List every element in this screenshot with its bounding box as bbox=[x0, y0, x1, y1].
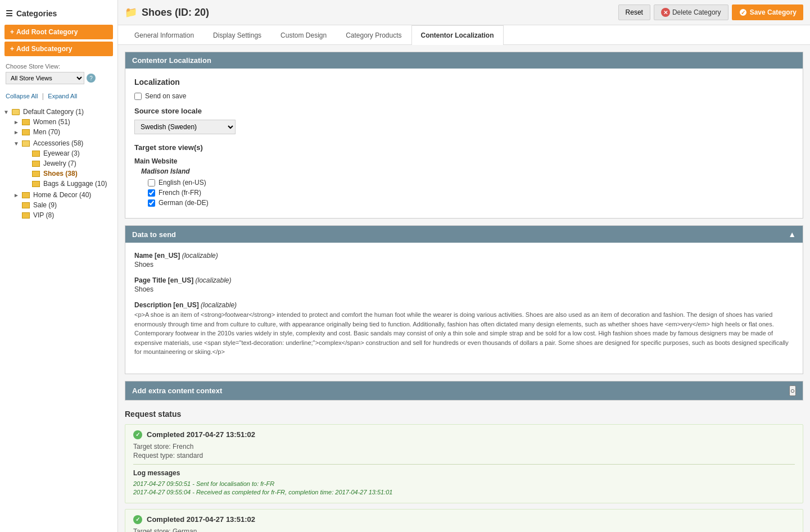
field-name-label: Name [en_US] (localizable) bbox=[134, 252, 794, 260]
folder-icon-eyewear bbox=[32, 151, 40, 157]
status-completed-1: Completed 2017-04-27 13:51:02 bbox=[147, 515, 255, 524]
collapse-expand: Collapse All | Expand All bbox=[0, 89, 117, 103]
reset-button[interactable]: Reset bbox=[618, 4, 650, 20]
log-entry-0-1: 2017-04-27 09:55:04 - Received as comple… bbox=[133, 489, 795, 495]
tree-row-jewelry[interactable]: Jewelry (7) bbox=[20, 158, 117, 169]
tree-toggle-vip bbox=[12, 211, 20, 219]
field-page-title-suffix: (localizable) bbox=[195, 276, 231, 284]
source-locale-select[interactable]: Swedish (Sweden) bbox=[134, 120, 236, 134]
tree-children-default: ► Women (51) ► Men (70) ▼ bbox=[0, 117, 117, 220]
field-description-suffix: (localizable) bbox=[201, 301, 237, 309]
tree-label-default: Default Category (1) bbox=[23, 108, 84, 116]
locale-row-en: English (en-US) bbox=[148, 179, 794, 187]
plus-icon-sub: + bbox=[10, 45, 14, 53]
tree-row-bags[interactable]: Bags & Luggage (10) bbox=[20, 179, 117, 189]
tree-label-accessories: Accessories (58) bbox=[33, 139, 83, 147]
locale-fr-label: French (fr-FR) bbox=[159, 189, 201, 197]
data-to-send-header: Data to send ▲ bbox=[125, 226, 803, 243]
locale-fr-checkbox[interactable] bbox=[148, 189, 155, 197]
tree-row-men[interactable]: ► Men (70) bbox=[10, 127, 117, 137]
field-name-value: Shoes bbox=[134, 261, 794, 269]
store-view-section: Choose Store View: All Store Views ? bbox=[0, 58, 117, 89]
send-on-save-checkbox[interactable] bbox=[134, 93, 142, 100]
locale-en-label: English (en-US) bbox=[159, 179, 206, 187]
tab-custom[interactable]: Custom Design bbox=[271, 25, 336, 45]
website-label: Main Website bbox=[134, 157, 794, 165]
tree-row-sale[interactable]: Sale (9) bbox=[10, 200, 117, 210]
tree-toggle-men[interactable]: ► bbox=[12, 128, 20, 136]
tree-toggle-women[interactable]: ► bbox=[12, 118, 20, 126]
add-extra-title: Add extra content context bbox=[132, 387, 222, 395]
store-name: Madison Island bbox=[141, 167, 794, 175]
locale-de-checkbox[interactable] bbox=[148, 199, 155, 207]
tree-toggle-sale bbox=[12, 201, 20, 209]
tree-toggle-home[interactable]: ► bbox=[12, 191, 20, 199]
page-title: Shoes (ID: 20) bbox=[142, 7, 209, 19]
delete-icon: ✕ bbox=[661, 8, 670, 17]
tree-row-default[interactable]: ▼ Default Category (1) bbox=[0, 107, 117, 117]
category-tree: ▼ Default Category (1) ► Women (51) ► bbox=[0, 103, 117, 224]
folder-icon-sale bbox=[22, 202, 30, 208]
page-title-wrap: 📁 Shoes (ID: 20) bbox=[125, 6, 209, 19]
data-to-send-title: Data to send bbox=[132, 230, 176, 239]
tree-item-default: ▼ Default Category (1) ► Women (51) ► bbox=[0, 106, 117, 221]
tree-row-home[interactable]: ► Home & Decor (40) bbox=[10, 190, 117, 200]
status-target-store-0: Target store: French bbox=[133, 443, 795, 451]
tree-row-women[interactable]: ► Women (51) bbox=[10, 117, 117, 127]
tree-item-accessories: ▼ Accessories (58) Eyewear (3) bbox=[10, 137, 117, 190]
folder-icon-women bbox=[22, 119, 30, 125]
locale-en-checkbox[interactable] bbox=[148, 179, 155, 187]
data-to-send-body: Name [en_US] (localizable) Shoes Page Ti… bbox=[125, 243, 803, 374]
locale-row-de: German (de-DE) bbox=[148, 199, 794, 207]
field-name: Name [en_US] (localizable) Shoes bbox=[134, 252, 794, 269]
request-status-title: Request status bbox=[125, 410, 803, 419]
contentor-localization-title: Contentor Localization bbox=[132, 56, 211, 65]
sidebar-title: Categories bbox=[16, 9, 57, 18]
tab-contentor[interactable]: Contentor Localization bbox=[411, 25, 504, 45]
data-to-send-panel: Data to send ▲ Name [en_US] (localizable… bbox=[125, 225, 803, 374]
tree-label-bags: Bags & Luggage (10) bbox=[43, 180, 107, 188]
folder-icon-home bbox=[22, 192, 30, 198]
folder-icon-men bbox=[22, 129, 30, 135]
tree-label-shoes: Shoes (38) bbox=[43, 170, 78, 178]
content-area: Contentor Localization Localization Send… bbox=[118, 45, 810, 532]
status-card-0-header: ✓ Completed 2017-04-27 13:51:02 bbox=[133, 430, 795, 439]
tree-row-shoes[interactable]: Shoes (38) bbox=[20, 169, 117, 179]
add-extra-toggle[interactable]: ○ bbox=[789, 385, 796, 396]
add-root-category-button[interactable]: + Add Root Category bbox=[4, 25, 113, 39]
tree-row-vip[interactable]: VIP (8) bbox=[10, 210, 117, 220]
target-title: Target store view(s) bbox=[134, 143, 794, 152]
store-view-select[interactable]: All Store Views bbox=[6, 72, 84, 84]
save-category-button[interactable]: ✓ Save Category bbox=[732, 4, 803, 20]
tree-toggle-shoes bbox=[22, 170, 30, 178]
tree-row-accessories[interactable]: ▼ Accessories (58) bbox=[10, 138, 117, 148]
status-completed-0: Completed 2017-04-27 13:51:02 bbox=[147, 430, 255, 439]
folder-icon-jewelry bbox=[32, 161, 40, 167]
collapse-all-link[interactable]: Collapse All bbox=[6, 93, 38, 99]
store-view-label: Choose Store View: bbox=[6, 63, 112, 70]
tree-label-vip: VIP (8) bbox=[33, 211, 54, 219]
log-entry-0-0: 2017-04-27 09:50:51 - Sent for localisat… bbox=[133, 480, 795, 487]
field-page-title-label: Page Title [en_US] (localizable) bbox=[134, 276, 794, 284]
tree-toggle-jewelry bbox=[22, 160, 30, 167]
tree-toggle[interactable]: ▼ bbox=[2, 108, 10, 116]
status-card-1-header: ✓ Completed 2017-04-27 13:51:02 bbox=[133, 515, 795, 524]
tree-label-home: Home & Decor (40) bbox=[33, 191, 91, 199]
tab-products[interactable]: Category Products bbox=[336, 25, 411, 45]
field-page-title: Page Title [en_US] (localizable) Shoes bbox=[134, 276, 794, 293]
add-extra-header[interactable]: Add extra content context ○ bbox=[125, 381, 803, 400]
tab-display[interactable]: Display Settings bbox=[203, 25, 271, 45]
status-divider-0 bbox=[133, 464, 795, 465]
tree-row-eyewear[interactable]: Eyewear (3) bbox=[20, 148, 117, 158]
send-on-save-label: Send on save bbox=[145, 92, 186, 100]
contentor-localization-panel: Contentor Localization Localization Send… bbox=[125, 52, 803, 219]
add-subcategory-button[interactable]: + Add Subcategory bbox=[4, 42, 113, 56]
locale-row-fr: French (fr-FR) bbox=[148, 189, 794, 197]
delete-category-button[interactable]: ✕ Delete Category bbox=[654, 4, 728, 20]
help-icon[interactable]: ? bbox=[87, 74, 96, 83]
data-to-send-toggle[interactable]: ▲ bbox=[788, 230, 796, 239]
expand-all-link[interactable]: Expand All bbox=[48, 93, 77, 99]
tab-general[interactable]: General Information bbox=[125, 25, 203, 45]
status-card-0: ✓ Completed 2017-04-27 13:51:02 Target s… bbox=[125, 424, 803, 503]
tree-toggle-accessories[interactable]: ▼ bbox=[12, 139, 20, 147]
